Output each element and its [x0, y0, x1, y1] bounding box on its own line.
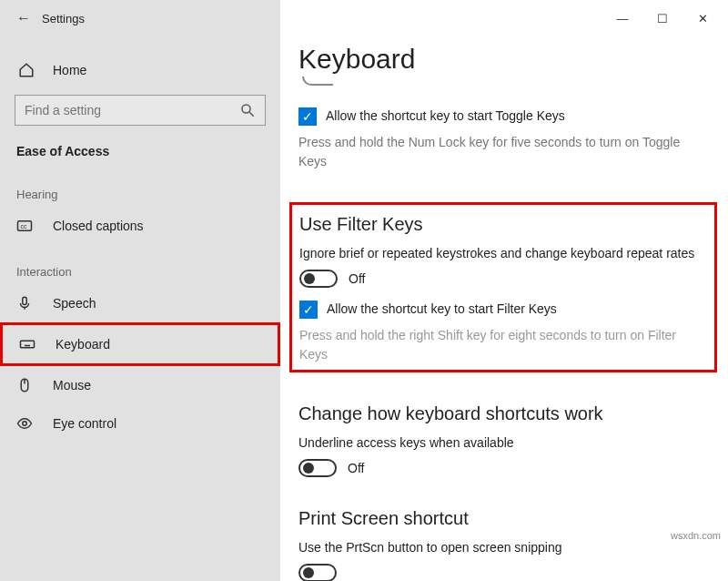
nav-home[interactable]: Home: [0, 53, 280, 87]
filter-keys-hint: Press and hold the right Shift key for e…: [299, 326, 682, 364]
search-input[interactable]: [25, 103, 239, 117]
svg-point-0: [242, 105, 250, 113]
printscreen-title: Print Screen shortcut: [298, 508, 728, 529]
svg-point-13: [23, 422, 27, 426]
svg-text:cc: cc: [21, 223, 27, 229]
maximize-button[interactable]: ☐: [642, 5, 682, 31]
shortcuts-title: Change how keyboard shortcuts work: [298, 403, 728, 424]
filter-keys-section: Use Filter Keys Ignore brief or repeated…: [289, 202, 717, 372]
microphone-icon: [16, 295, 35, 311]
title-underline: [302, 76, 333, 86]
home-icon: [18, 62, 36, 78]
filter-keys-checkbox-label: Allow the shortcut key to start Filter K…: [327, 301, 557, 316]
closed-captions-icon: cc: [16, 218, 35, 234]
category-title: Ease of Access: [0, 126, 280, 168]
nav-home-label: Home: [53, 63, 86, 77]
nav-label: Eye control: [53, 416, 116, 431]
nav-eye-control[interactable]: Eye control: [0, 404, 280, 443]
printscreen-desc: Use the PrtScn button to open screen sni…: [298, 540, 728, 555]
mouse-icon: [16, 377, 35, 393]
titlebar: ← Settings: [0, 0, 280, 36]
nav-speech[interactable]: Speech: [0, 284, 280, 322]
shortcuts-desc: Underline access keys when available: [298, 435, 728, 450]
toggle-keys-checkbox[interactable]: [298, 107, 317, 126]
filter-keys-title: Use Filter Keys: [299, 214, 707, 235]
search-icon: [239, 102, 256, 118]
filter-keys-toggle[interactable]: [299, 270, 338, 288]
window-controls: — ☐ ✕: [602, 5, 723, 31]
nav-closed-captions[interactable]: cc Closed captions: [0, 207, 280, 245]
toggle-keys-checkbox-label: Allow the shortcut key to start Toggle K…: [326, 107, 565, 123]
printscreen-toggle-row: [298, 564, 728, 581]
svg-rect-4: [23, 297, 27, 304]
filter-keys-toggle-state: Off: [349, 271, 365, 286]
nav-label: Mouse: [53, 378, 91, 392]
search-box[interactable]: [15, 95, 266, 126]
shortcuts-section: Change how keyboard shortcuts work Under…: [298, 403, 728, 477]
shortcuts-toggle-row: Off: [298, 459, 728, 477]
nav-keyboard[interactable]: Keyboard: [0, 322, 280, 366]
close-button[interactable]: ✕: [682, 5, 723, 31]
nav-label: Speech: [53, 296, 96, 311]
nav-label: Keyboard: [56, 337, 110, 352]
nav-label: Closed captions: [53, 219, 144, 233]
sidebar: ← Settings Home Ease of Access Hearing c…: [0, 0, 280, 581]
filter-keys-desc: Ignore brief or repeated keystrokes and …: [299, 246, 707, 260]
app-title: Settings: [42, 12, 85, 25]
keyboard-icon: [19, 336, 37, 352]
toggle-keys-checkbox-row: Allow the shortcut key to start Toggle K…: [298, 107, 728, 126]
nav-mouse[interactable]: Mouse: [0, 366, 280, 404]
svg-line-1: [249, 112, 254, 117]
printscreen-section: Print Screen shortcut Use the PrtScn but…: [298, 508, 728, 581]
filter-keys-toggle-row: Off: [299, 270, 707, 288]
page-title: Keyboard: [298, 44, 728, 75]
main-panel: — ☐ ✕ Keyboard Allow the shortcut key to…: [280, 0, 728, 581]
group-interaction: Interaction: [0, 245, 280, 284]
filter-keys-checkbox[interactable]: [299, 301, 318, 319]
toggle-keys-hint: Press and hold the Num Lock key for five…: [298, 133, 681, 171]
printscreen-toggle[interactable]: [298, 564, 337, 581]
eye-icon: [16, 415, 35, 432]
underline-access-toggle[interactable]: [298, 459, 337, 477]
group-hearing: Hearing: [0, 168, 280, 207]
minimize-button[interactable]: —: [602, 5, 642, 31]
underline-access-toggle-state: Off: [348, 461, 364, 475]
back-button[interactable]: ←: [9, 10, 38, 26]
watermark: wsxdn.com: [671, 530, 721, 541]
svg-rect-5: [21, 341, 35, 348]
filter-keys-checkbox-row: Allow the shortcut key to start Filter K…: [299, 301, 707, 319]
